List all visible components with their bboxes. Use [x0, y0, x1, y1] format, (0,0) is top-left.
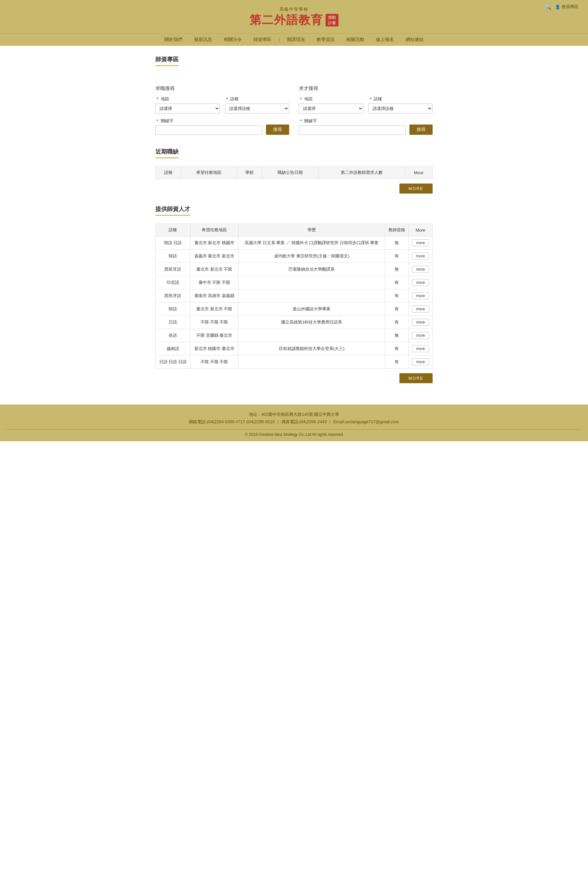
table-row: 奈語 不限 宜蘭縣 臺北市 無 more: [156, 329, 433, 342]
vacancies-table: 語種 希望任教地區 學校 職缺公告日期 第二外語教師需求人數 More: [155, 166, 433, 179]
nav-activities[interactable]: 相關活動: [340, 33, 370, 46]
job-keyword-field: 關鍵字: [155, 118, 262, 135]
teacher-more-cell: more: [408, 276, 432, 289]
member-link[interactable]: 👤 會員專區: [555, 4, 578, 10]
vacancies-title: 近期職缺: [155, 148, 178, 158]
teacher-more-cell: more: [408, 356, 432, 369]
teacher-education: 釜山外國語大學畢業: [238, 303, 385, 316]
teacher-language: 越南語: [156, 342, 190, 356]
job-language-field: 語種 請選擇語種: [225, 96, 290, 114]
teacher-region: 不限 不限 不限: [190, 316, 238, 329]
nav-teacher[interactable]: 師資專區: [248, 33, 277, 46]
footer-phone: 聯絡電話:(04)2284-0360 #717 /(04)2285-8215: [189, 419, 274, 424]
talent-search-title: 求才搜尋: [299, 86, 433, 92]
teacher-qualification: 有: [385, 303, 409, 316]
talent-language-select[interactable]: 請選擇語種: [369, 104, 433, 114]
teacher-region: 臺南市 高雄市 嘉義縣: [190, 289, 238, 303]
nav-divider: ｜: [277, 37, 281, 42]
teacher-region: 不限 不限 不限: [190, 356, 238, 369]
teacher-qualification: 有: [385, 276, 409, 289]
teacher-more-button[interactable]: more: [412, 252, 429, 260]
teacher-qualification: 有: [385, 249, 409, 263]
talent-region-field: 地區 請選擇: [299, 96, 363, 114]
table-row: 西班牙語 臺南市 高雄市 嘉義縣 有 more: [156, 289, 433, 303]
job-search-button[interactable]: 搜尋: [266, 125, 289, 135]
teacher-language: 韓語 日語: [156, 236, 190, 249]
teacher-more-button[interactable]: more: [412, 332, 429, 339]
teachers-col-education: 學歷: [238, 224, 385, 236]
job-region-select[interactable]: 請選擇: [155, 104, 220, 114]
teacher-more-button[interactable]: more: [412, 266, 429, 273]
teachers-table: 語種 希望任教地區 學歷 教師資格 More 韓語 日語 臺北市 新北市 桃園市…: [155, 224, 433, 369]
job-language-label: 語種: [225, 96, 290, 102]
teacher-more-button[interactable]: more: [412, 239, 429, 246]
member-icon: 👤: [555, 5, 560, 9]
teacher-more-button[interactable]: more: [412, 358, 429, 365]
site-subtitle: 高級中等學校: [0, 6, 588, 12]
teacher-qualification: 無: [385, 263, 409, 276]
job-region-label: 地區: [155, 96, 220, 102]
footer-copyright: © 2019 Greatest Idea Strategy Co.,Ltd Al…: [6, 432, 582, 437]
teacher-more-button[interactable]: more: [412, 305, 429, 313]
teacher-language: 西班牙語: [156, 289, 190, 303]
main-title: 第二外語教育: [249, 12, 323, 28]
search-panels: 求職搜尋 地區 請選擇 語種 請選擇語種 關鍵字: [155, 86, 433, 135]
header-top-right: 🔍 👤 會員專區: [544, 3, 578, 11]
talent-keyword-label: 關鍵字: [299, 118, 405, 124]
job-search-row1: 地區 請選擇 語種 請選擇語種: [155, 96, 289, 114]
search-icon[interactable]: 🔍: [544, 3, 551, 11]
teacher-qualification: 無: [385, 329, 409, 342]
teacher-more-button[interactable]: more: [412, 279, 429, 286]
teacher-more-button[interactable]: more: [412, 292, 429, 299]
teacher-more-cell: more: [408, 329, 432, 342]
teacher-education: 高麗大學 日文系 畢業 ／ 韓國外大 口譯翻譯研究所 日韓同步口譯班 畢業: [238, 236, 385, 249]
nav-laws[interactable]: 相關法令: [218, 33, 248, 46]
page-title-section: 師資專區: [155, 56, 433, 74]
teacher-more-cell: more: [408, 263, 432, 276]
teacher-language: 西班牙語: [156, 263, 190, 276]
talent-keyword-input[interactable]: [299, 125, 405, 135]
footer-contacts: 聯絡電話:(04)2284-0360 #717 /(04)2285-8215 ｜…: [6, 419, 582, 425]
teachers-col-more: More: [408, 224, 432, 236]
job-keyword-input[interactable]: [155, 125, 262, 135]
talent-region-select[interactable]: 請選擇: [299, 104, 363, 114]
table-row: 韓語 嘉義市 臺北市 新北市 成均館大學 東亞研究所(主修：韓國漢文) 有 mo…: [156, 249, 433, 263]
teachers-more-button[interactable]: MORE: [399, 373, 433, 383]
nav-news[interactable]: 最新訊息: [188, 33, 218, 46]
teacher-region: 臺北市 新北市 桃園市: [190, 236, 238, 249]
job-keyword-label: 關鍵字: [155, 118, 262, 124]
teacher-education: 目前就讀萬能科技大學企管系(大三): [238, 342, 385, 356]
nav-links[interactable]: 網站連結: [400, 33, 429, 46]
teachers-col-qualification: 教師資格: [385, 224, 409, 236]
job-search-bottom: 關鍵字 搜尋: [155, 118, 289, 135]
teacher-more-button[interactable]: more: [412, 319, 429, 326]
teachers-section: 提供師資人才 語種 希望任教地區 學歷 教師資格 More 韓語 日語 臺北市 …: [155, 205, 433, 383]
nav-register[interactable]: 線上報名: [370, 33, 400, 46]
footer-fax: 傳真電話:(04)2285-2443: [281, 419, 327, 424]
teacher-education: 巴塞隆納自治大學翻譯系: [238, 263, 385, 276]
teacher-language: 韓語: [156, 303, 190, 316]
job-language-select[interactable]: 請選擇語種: [225, 104, 290, 114]
site-main-title: 第二外語教育 推動 計畫: [0, 12, 588, 28]
nav-about[interactable]: 關於我們: [159, 33, 188, 46]
teacher-education: [238, 356, 385, 369]
table-row: 西班牙語 臺北市 新北市 不限 巴塞隆納自治大學翻譯系 無 more: [156, 263, 433, 276]
vacancies-header-row: 語種 希望任教地區 學校 職缺公告日期 第二外語教師需求人數 More: [156, 167, 433, 179]
teacher-region: 臺北市 新北市 不限: [190, 303, 238, 316]
talent-search-bottom: 關鍵字 搜尋: [299, 118, 433, 135]
teacher-more-button[interactable]: more: [412, 345, 429, 352]
nav-teaching[interactable]: 教學資訊: [311, 33, 340, 46]
talent-search-button[interactable]: 搜尋: [410, 125, 433, 135]
job-search-title: 求職搜尋: [155, 86, 289, 92]
talent-search-panel: 求才搜尋 地區 請選擇 語種 請選擇語種 關鍵字: [299, 86, 433, 135]
talent-language-field: 語種 請選擇語種: [369, 96, 433, 114]
nav-course[interactable]: 開課現況: [281, 33, 311, 46]
talent-language-label: 語種: [369, 96, 433, 102]
vacancies-section: 近期職缺 語種 希望任教地區 學校 職缺公告日期 第二外語教師需求人數 More…: [155, 148, 433, 194]
teacher-qualification: 無: [385, 236, 409, 249]
site-footer: 地址：402臺中市南區興大路145號 國立中興大學 聯絡電話:(04)2284-…: [0, 404, 588, 441]
table-row: 印尼語 臺中市 不限 不限 有 more: [156, 276, 433, 289]
member-label: 會員專區: [562, 4, 578, 10]
badge: 推動 計畫: [326, 14, 339, 27]
vacancies-more-button[interactable]: MORE: [399, 183, 433, 194]
